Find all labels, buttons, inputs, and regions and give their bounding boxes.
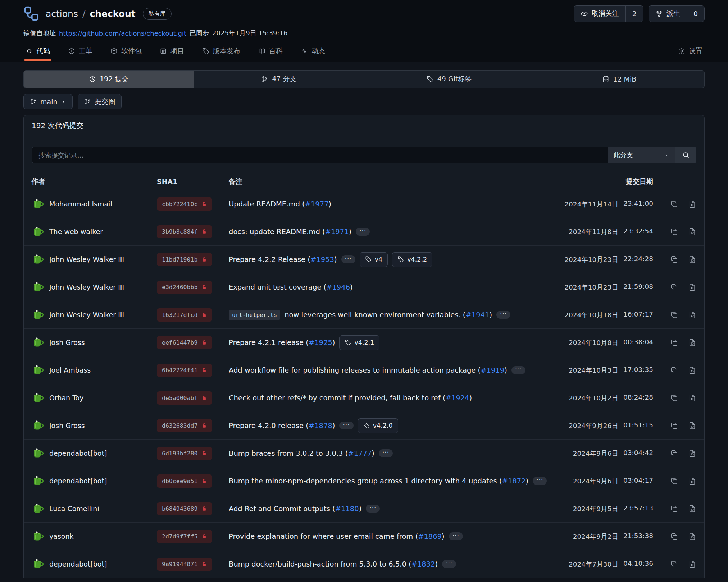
- commit-graph-button[interactable]: 提交图: [78, 94, 122, 109]
- tag-button[interactable]: v4.2.2: [392, 252, 432, 267]
- commit-sha-badge[interactable]: 6b42224f41: [157, 364, 212, 377]
- copy-sha-icon[interactable]: [670, 338, 678, 347]
- stat-branches[interactable]: 47 分支: [194, 71, 364, 88]
- copy-sha-icon[interactable]: [670, 283, 678, 291]
- pr-link[interactable]: #1180: [335, 505, 359, 513]
- tab-wiki[interactable]: 百科: [256, 41, 285, 62]
- commit-sha-badge[interactable]: 9a9194f871: [157, 558, 212, 571]
- forks-count[interactable]: 0: [687, 6, 704, 22]
- pr-link[interactable]: #1941: [465, 311, 489, 319]
- branch-scope-dropdown[interactable]: 此分支: [608, 147, 675, 163]
- pr-link[interactable]: #1919: [481, 366, 504, 374]
- chevron-down-icon: [664, 153, 669, 158]
- stat-commits[interactable]: 192 提交: [24, 71, 194, 88]
- repo-content: 192 提交 47 分支 49 Git标签 12 MiB: [0, 62, 728, 582]
- pr-link[interactable]: #1925: [309, 338, 332, 347]
- commit-search-input[interactable]: [32, 147, 608, 163]
- stat-size[interactable]: 12 MiB: [534, 71, 704, 88]
- view-file-icon[interactable]: [688, 394, 696, 402]
- commit-ellipsis-button[interactable]: ···: [366, 505, 380, 513]
- commit-ellipsis-button[interactable]: ···: [339, 422, 353, 429]
- tag-button[interactable]: v4.2.1: [339, 335, 379, 350]
- copy-sha-icon[interactable]: [670, 311, 678, 319]
- unlock-icon: [201, 367, 207, 373]
- repo-owner-link[interactable]: actions: [46, 9, 78, 19]
- copy-sha-icon[interactable]: [670, 532, 678, 541]
- commit-sha-badge[interactable]: eef61447b9: [157, 336, 212, 349]
- pr-link[interactable]: #1977: [305, 200, 329, 208]
- pr-link[interactable]: #1953: [310, 255, 334, 264]
- stat-tags[interactable]: 49 Git标签: [364, 71, 534, 88]
- view-file-icon[interactable]: [688, 338, 696, 347]
- commit-date: 2024年7月30日04:10:36: [549, 560, 653, 569]
- view-file-icon[interactable]: [688, 366, 696, 374]
- view-file-icon[interactable]: [688, 228, 696, 236]
- commit-ellipsis-button[interactable]: ···: [379, 449, 393, 457]
- commit-sha-badge[interactable]: 11bd71901b: [157, 253, 212, 266]
- copy-sha-icon[interactable]: [670, 228, 678, 236]
- commit-sha-badge[interactable]: 3b9b8c884f: [157, 225, 212, 238]
- commit-ellipsis-button[interactable]: ···: [356, 228, 370, 236]
- commit-ellipsis-button[interactable]: ···: [341, 255, 355, 263]
- tag-button[interactable]: v4.2.0: [358, 418, 398, 433]
- commit-ellipsis-button[interactable]: ···: [511, 366, 525, 374]
- commit-ellipsis-button[interactable]: ···: [442, 560, 456, 568]
- copy-sha-icon[interactable]: [670, 422, 678, 430]
- tab-releases[interactable]: 版本发布: [200, 41, 242, 62]
- search-button[interactable]: [675, 147, 696, 163]
- copy-sha-icon[interactable]: [670, 394, 678, 402]
- tag-button[interactable]: v4: [360, 252, 388, 267]
- tab-packages[interactable]: 软件包: [108, 41, 144, 62]
- unwatch-button[interactable]: 取消关注 2: [574, 5, 643, 22]
- commit-sha-badge[interactable]: db0cee9a51: [157, 474, 212, 488]
- pr-link[interactable]: #1832: [411, 560, 435, 568]
- pr-link[interactable]: #1878: [309, 422, 332, 430]
- tab-activity[interactable]: 动态: [299, 41, 327, 62]
- view-file-icon[interactable]: [688, 283, 696, 291]
- commit-sha-badge[interactable]: 163217dfcd: [157, 308, 212, 322]
- fork-button[interactable]: 派生 0: [649, 5, 705, 22]
- view-file-icon[interactable]: [688, 449, 696, 458]
- view-file-icon[interactable]: [688, 200, 696, 208]
- view-file-icon[interactable]: [688, 255, 696, 264]
- commit-sha-badge[interactable]: e3d2460bbb: [157, 281, 212, 294]
- tab-projects[interactable]: 项目: [158, 41, 186, 62]
- pr-link[interactable]: #1946: [326, 283, 350, 291]
- view-file-icon[interactable]: [688, 505, 696, 513]
- commit-author: yasonk: [49, 532, 73, 540]
- tab-settings[interactable]: 设置: [676, 41, 705, 62]
- view-file-icon[interactable]: [688, 477, 696, 485]
- tab-issues[interactable]: 工单: [66, 41, 95, 62]
- copy-sha-icon[interactable]: [670, 255, 678, 264]
- view-file-icon[interactable]: [688, 422, 696, 430]
- repo-name-link[interactable]: checkout: [90, 9, 135, 19]
- chevron-down-icon: [61, 99, 66, 104]
- commit-sha-badge[interactable]: d632683dd7: [157, 419, 212, 432]
- copy-sha-icon[interactable]: [670, 477, 678, 485]
- commit-ellipsis-button[interactable]: ···: [449, 532, 463, 540]
- view-file-icon[interactable]: [688, 560, 696, 568]
- commit-sha-badge[interactable]: 6d193bf280: [157, 447, 212, 460]
- pr-link[interactable]: #1872: [502, 477, 526, 485]
- copy-sha-icon[interactable]: [670, 560, 678, 568]
- commit-sha-badge[interactable]: de5a000abf: [157, 391, 212, 405]
- pr-link[interactable]: #1924: [446, 394, 469, 402]
- watchers-count[interactable]: 2: [625, 6, 643, 22]
- tab-code[interactable]: 代码: [23, 41, 52, 62]
- pr-link[interactable]: #1869: [418, 532, 442, 541]
- commit-ellipsis-button[interactable]: ···: [496, 311, 510, 319]
- copy-sha-icon[interactable]: [670, 449, 678, 458]
- copy-sha-icon[interactable]: [670, 366, 678, 374]
- commit-sha-badge[interactable]: cbb722410c: [157, 197, 212, 211]
- pr-link[interactable]: #1777: [348, 449, 372, 458]
- pr-link[interactable]: #1971: [325, 228, 349, 236]
- copy-sha-icon[interactable]: [670, 505, 678, 513]
- commit-ellipsis-button[interactable]: ···: [533, 477, 547, 485]
- mirror-url-link[interactable]: https://github.com/actions/checkout.git: [59, 29, 186, 37]
- commit-sha-badge[interactable]: 2d7d9f7ff5: [157, 530, 212, 543]
- commit-sha-badge[interactable]: b684943689: [157, 502, 212, 515]
- view-file-icon[interactable]: [688, 532, 696, 541]
- copy-sha-icon[interactable]: [670, 200, 678, 208]
- branch-selector[interactable]: main: [23, 94, 73, 109]
- view-file-icon[interactable]: [688, 311, 696, 319]
